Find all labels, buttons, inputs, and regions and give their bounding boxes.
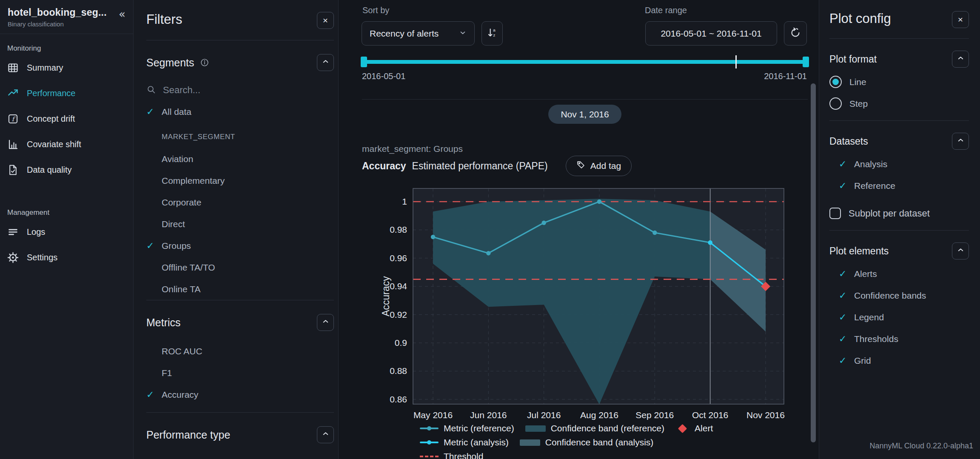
plot-format-option-step[interactable]: Step: [819, 93, 980, 114]
legend-item-confidence-band-analysis: Confidence band (analysis): [520, 437, 653, 448]
segments-list: ✓All dataMARKET_SEGMENTAviationComplemen…: [134, 101, 338, 300]
option-label: Direct: [162, 219, 185, 229]
svg-text:May 2016: May 2016: [413, 410, 453, 420]
tag-icon: [576, 160, 585, 171]
svg-text:f: f: [12, 115, 16, 122]
legend-band-swatch: [520, 439, 540, 446]
sidebar-item-data-quality[interactable]: Data quality: [0, 159, 133, 180]
sidebar-item-logs[interactable]: Logs: [0, 221, 133, 242]
reset-date-range-button[interactable]: [784, 21, 807, 46]
metric-option-roc-auc[interactable]: ROC AUC: [134, 340, 338, 362]
legend-label: Confidence band (reference): [551, 423, 664, 433]
plot-element-option-confidence-bands[interactable]: ✓Confidence bands: [819, 285, 980, 306]
info-icon: [200, 58, 209, 67]
sidebar-item-label: Data quality: [27, 165, 72, 175]
collapse-metrics-button[interactable]: [317, 314, 334, 331]
segment-option-direct[interactable]: Direct: [134, 213, 338, 235]
collapse-performance-type-button[interactable]: [317, 426, 334, 443]
svg-text:Oct 2016: Oct 2016: [692, 410, 728, 420]
sidebar-header: hotel_booking_seg... Binary classificati…: [0, 0, 133, 34]
segment-option-groups[interactable]: ✓Groups: [134, 235, 338, 257]
chevron-up-icon: [957, 54, 965, 64]
legend-label: Confidence band (analysis): [545, 437, 653, 448]
legend-band-swatch: [525, 425, 546, 432]
option-label: Step: [849, 99, 868, 109]
slider-handle-end[interactable]: [803, 57, 809, 67]
section-label-management: Management: [7, 208, 133, 217]
option-label: Alerts: [854, 269, 877, 279]
collapse-segments-button[interactable]: [317, 54, 334, 71]
slider-analysis-marker: [735, 55, 737, 68]
subplot-per-dataset-toggle[interactable]: Subplot per dataset: [819, 202, 980, 224]
function-icon: f: [7, 113, 19, 125]
option-label: Aviation: [162, 154, 193, 164]
sidebar-item-label: Performance: [27, 88, 76, 98]
plot-element-option-grid[interactable]: ✓Grid: [819, 350, 980, 371]
plot-element-option-legend[interactable]: ✓Legend: [819, 306, 980, 328]
segment-option-online-ta[interactable]: Online TA: [134, 278, 338, 300]
sidebar-item-performance[interactable]: Performance: [0, 83, 133, 104]
metric-option-f1[interactable]: F1: [134, 362, 338, 384]
chevron-up-icon: [322, 317, 330, 328]
plot-config-panel: Plot config × Plot format LineStep Datas…: [819, 0, 980, 459]
svg-text:Jun 2016: Jun 2016: [470, 410, 507, 420]
segment-option-complementary[interactable]: Complementary: [134, 170, 338, 191]
check-icon: ✓: [146, 389, 162, 400]
plot-element-option-alerts[interactable]: ✓Alerts: [819, 263, 980, 285]
sidebar-item-label: Logs: [27, 227, 45, 237]
sidebar-item-covariate-shift[interactable]: Covariate shift: [0, 134, 133, 155]
sidebar-item-label: Covariate shift: [27, 140, 81, 149]
date-range-slider[interactable]: [362, 60, 808, 64]
option-label: Corporate: [162, 197, 201, 208]
check-icon: ✓: [839, 268, 854, 279]
collapse-sidebar-icon[interactable]: «: [119, 9, 125, 20]
option-label: Thresholds: [854, 334, 898, 344]
app-root: hotel_booking_seg... Binary classificati…: [0, 0, 980, 459]
add-tag-button[interactable]: Add tag: [566, 156, 632, 176]
chart-legend: Metric (reference)Confidence band (refer…: [420, 422, 713, 459]
slider-end-label: 2016-11-01: [764, 71, 807, 81]
sidebar-item-concept-drift[interactable]: fConcept drift: [0, 108, 133, 129]
divider: [0, 34, 133, 34]
sidebar-item-settings[interactable]: Settings: [0, 247, 133, 268]
sort-by-dropdown[interactable]: Recency of alerts: [362, 21, 475, 46]
app-version: NannyML Cloud 0.22.0-alpha1: [870, 442, 974, 450]
metric-option-accuracy[interactable]: ✓Accuracy: [134, 384, 338, 405]
collapse-plot-elements-button[interactable]: [952, 242, 969, 259]
dataset-option-analysis[interactable]: ✓Analysis: [819, 153, 980, 175]
sidebar-item-summary[interactable]: Summary: [0, 57, 133, 78]
section-label-monitoring: Monitoring: [7, 44, 133, 53]
vertical-scrollbar[interactable]: [811, 83, 816, 442]
svg-text:Aug 2016: Aug 2016: [580, 410, 618, 420]
close-plot-config-button[interactable]: ×: [952, 11, 969, 28]
segment-option-corporate[interactable]: Corporate: [134, 191, 338, 213]
collapse-datasets-button[interactable]: [952, 133, 969, 150]
plot-format-option-line[interactable]: Line: [819, 71, 980, 93]
slider-handle-start[interactable]: [361, 57, 367, 67]
check-icon: ✓: [839, 312, 854, 322]
add-tag-label: Add tag: [590, 161, 621, 171]
option-label: Complementary: [162, 176, 225, 186]
trend-up-icon: [7, 88, 19, 99]
sort-by-label: Sort by: [362, 6, 389, 15]
option-label: All data: [162, 107, 191, 117]
sort-direction-button[interactable]: az: [481, 21, 503, 46]
legend-line-swatch: [420, 426, 439, 430]
chevron-up-icon: [322, 430, 330, 440]
close-filters-button[interactable]: ×: [317, 12, 334, 29]
collapse-plot-format-button[interactable]: [952, 51, 969, 68]
datasets-options: ✓Analysis✓Reference: [819, 153, 980, 197]
table-icon: [7, 62, 19, 74]
segment-option-offline-ta-to[interactable]: Offline TA/TO: [134, 257, 338, 278]
performance-chart[interactable]: 10.980.960.940.920.90.880.86May 2016Jun …: [362, 183, 809, 421]
model-type: Binary classification: [8, 20, 107, 28]
date-range-input[interactable]: [646, 29, 777, 39]
segment-option-aviation[interactable]: Aviation: [134, 148, 338, 170]
segments-search-input[interactable]: [163, 85, 325, 96]
dataset-option-reference[interactable]: ✓Reference: [819, 175, 980, 197]
option-label: F1: [162, 368, 172, 378]
legend-label: Metric (reference): [444, 423, 514, 433]
segment-option-all-data[interactable]: ✓All data: [134, 101, 338, 123]
plot-element-option-thresholds[interactable]: ✓Thresholds: [819, 328, 980, 350]
date-range-label: Date range: [645, 6, 687, 15]
